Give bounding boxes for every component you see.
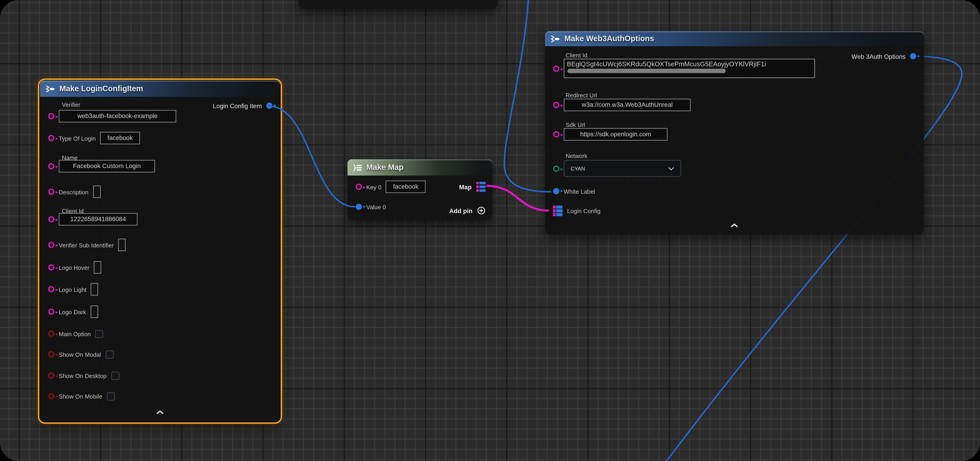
pin-label: Type Of Login	[59, 135, 96, 141]
pin-row-map-out: Map	[459, 181, 486, 193]
pin-label: Verifier Sub Identifier	[59, 242, 114, 248]
pin-row-name: Facebook Custom Login	[48, 160, 155, 172]
main-option-checkbox[interactable]	[95, 329, 103, 338]
client-id-input[interactable]: 1222658941886084	[59, 213, 137, 226]
make-struct-icon	[550, 35, 560, 43]
pin-logo-light[interactable]	[48, 286, 54, 292]
pin-show-on-modal[interactable]	[48, 351, 54, 357]
node-header-make-map[interactable]: Make Map	[347, 159, 493, 176]
pin-verifier-sub-identifier[interactable]	[48, 242, 54, 248]
pin-sdk-url[interactable]	[553, 131, 559, 137]
name-input[interactable]: Facebook Custom Login	[59, 160, 155, 172]
client-id-input[interactable]: BEglQSgt4cUWcj6SKRdu5QkOXTsePmMcusG5EAoy…	[564, 59, 815, 78]
sdk-url-input[interactable]: https://sdk.openlogin.com	[564, 128, 668, 141]
pin-row-key-0: Key 0 facebook	[356, 181, 426, 193]
pin-show-on-desktop[interactable]	[48, 372, 54, 378]
logo-dark-input[interactable]	[91, 305, 98, 318]
network-dropdown[interactable]: CYAN	[564, 160, 681, 177]
node-title: Make LoginConfigItem	[59, 84, 143, 93]
pin-label: Show On Modal	[59, 351, 101, 358]
key-0-input[interactable]: facebook	[386, 181, 426, 193]
pin-row-sdk-url: https://sdk.openlogin.com	[553, 128, 668, 141]
pin-label: Login Config Item	[213, 102, 262, 109]
node-make-map[interactable]: Make Map Key 0 facebook Map Value 0 Add …	[347, 159, 493, 220]
pin-main-option[interactable]	[48, 331, 54, 337]
pin-label-verifier: Verifier	[62, 101, 80, 108]
pin-row-show-on-modal: Show On Modal	[48, 350, 113, 359]
pin-client-id[interactable]	[553, 65, 559, 72]
pin-map-output[interactable]	[476, 181, 486, 192]
pin-label: Map	[459, 183, 472, 190]
pin-show-on-mobile[interactable]	[48, 393, 54, 399]
pin-label: Logo Hover	[59, 264, 89, 271]
graph-canvas[interactable]: Make LoginConfigItem Login Config Item V…	[0, 0, 980, 461]
description-input[interactable]	[93, 186, 100, 198]
pin-key-0[interactable]	[356, 184, 362, 190]
pin-row-client-id: BEglQSgt4cUWcj6SKRdu5QkOXTsePmMcusG5EAoy…	[553, 59, 815, 78]
show-on-mobile-checkbox[interactable]	[107, 392, 115, 400]
pin-web3auth-options-output[interactable]	[910, 53, 916, 59]
pin-white-label[interactable]	[553, 188, 559, 194]
offscreen-node-top[interactable]	[299, 0, 498, 9]
collapse-node-chevron-icon[interactable]	[730, 223, 739, 228]
type-of-login-input[interactable]: facebook	[100, 132, 140, 144]
pin-label: White Label	[564, 188, 595, 195]
chevron-down-icon	[668, 167, 675, 170]
pin-label-network: Network	[566, 153, 587, 159]
pin-row-type-of-login: Type Of Login facebook	[48, 132, 140, 144]
pin-row-value-0: Value 0	[356, 202, 386, 211]
make-struct-icon	[45, 84, 56, 93]
pin-logo-dark[interactable]	[48, 309, 54, 315]
redirect-url-input[interactable]: w3a://com.w3a.Web3AuthUnreal	[564, 99, 690, 111]
pin-row-login-config-item-out: Login Config Item	[213, 99, 273, 112]
pin-label: Value 0	[366, 203, 386, 210]
pin-row-verifier-sub-identifier: Verifier Sub Identifier	[48, 239, 126, 251]
pin-label: Web 3Auth Options	[851, 53, 905, 60]
pin-row-white-label: White Label	[553, 187, 595, 196]
wire-top-to-white-label[interactable]	[504, 0, 551, 192]
node-header-make-loginconfigitem[interactable]: Make LoginConfigItem	[40, 81, 280, 97]
verifier-input[interactable]: web3auth-facebook-example	[59, 110, 177, 122]
pin-verifier[interactable]	[48, 113, 54, 119]
pin-row-verifier: web3auth-facebook-example	[48, 110, 176, 122]
show-on-desktop-checkbox[interactable]	[111, 371, 119, 380]
pin-label: Show On Mobile	[59, 393, 102, 399]
blueprint-editor: Make LoginConfigItem Login Config Item V…	[0, 0, 980, 461]
pin-logo-hover[interactable]	[48, 264, 54, 270]
collapse-node-chevron-icon[interactable]	[156, 410, 164, 415]
pin-row-login-config: Login Config	[553, 205, 600, 216]
pin-label: Description	[59, 188, 89, 195]
pin-value-0[interactable]	[356, 204, 362, 210]
verifier-sub-identifier-input[interactable]	[118, 239, 126, 251]
logo-light-input[interactable]	[91, 283, 99, 296]
pin-row-description: Description	[48, 186, 100, 198]
pin-row-logo-hover: Logo Hover	[48, 261, 101, 274]
client-id-text: BEglQSgt4cUWcj6SKRdu5QkOXTsePmMcusG5EAoy…	[567, 60, 812, 67]
add-pin-row: Add pin	[449, 204, 486, 217]
add-pin-icon[interactable]	[477, 206, 486, 215]
logo-hover-input[interactable]	[94, 261, 101, 274]
pin-login-config[interactable]	[553, 205, 563, 216]
make-map-icon	[353, 163, 363, 172]
node-make-loginconfigitem[interactable]: Make LoginConfigItem Login Config Item V…	[40, 81, 280, 422]
pin-row-main-option: Main Option	[48, 329, 103, 338]
pin-client-id[interactable]	[48, 216, 54, 222]
client-id-scrollbar[interactable]	[568, 69, 725, 73]
pin-network[interactable]	[553, 165, 559, 172]
pin-description[interactable]	[48, 189, 54, 195]
wire-login-config-item-to-value0[interactable]	[269, 106, 355, 207]
pin-row-logo-dark: Logo Dark	[48, 305, 98, 318]
show-on-modal-checkbox[interactable]	[105, 350, 114, 358]
pin-redirect-url[interactable]	[553, 102, 559, 108]
add-pin-label: Add pin	[449, 207, 473, 214]
network-dropdown-value: CYAN	[571, 165, 668, 172]
pin-label: Show On Desktop	[59, 372, 107, 379]
node-make-web3authoptions[interactable]: Make Web3AuthOptions Web 3Auth Options C…	[545, 31, 924, 234]
pin-label-redirect-url: Redirect Url	[566, 92, 597, 99]
wire-map-to-login-config[interactable]	[486, 186, 549, 211]
pin-row-show-on-desktop: Show On Desktop	[48, 371, 119, 380]
pin-row-network: CYAN	[553, 160, 681, 177]
node-header-make-web3authoptions[interactable]: Make Web3AuthOptions	[545, 31, 924, 46]
pin-type-of-login[interactable]	[48, 135, 54, 141]
pin-name[interactable]	[48, 163, 54, 169]
